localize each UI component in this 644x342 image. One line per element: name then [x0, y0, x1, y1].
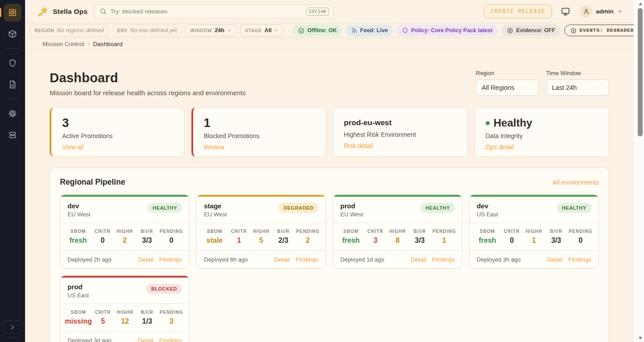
- critr-value: 1: [228, 236, 250, 245]
- search-input[interactable]: [110, 8, 303, 15]
- stat-col-label: HIGHR: [114, 229, 136, 234]
- pipeline-card-dev-us-east: dev US East HEALTHY SBOMfresh CRITR0 HIG…: [469, 194, 599, 269]
- pending-value: 1: [431, 236, 458, 245]
- person-icon: [583, 8, 590, 15]
- breadcrumb-mission-control[interactable]: Mission Control: [42, 41, 84, 47]
- global-search[interactable]: Ctrl+K: [94, 4, 334, 19]
- vertical-scrollbar[interactable]: [634, 0, 644, 342]
- stat-col-label: SBOM: [474, 229, 501, 234]
- environment-name: prod: [340, 202, 363, 210]
- brand-name: Stella Ops: [53, 8, 88, 16]
- pipeline-title: Regional Pipeline: [60, 177, 125, 187]
- stat-col-label: PENDING: [158, 310, 185, 315]
- stat-label: Highest Risk Environment: [344, 131, 457, 138]
- findings-link[interactable]: Findings: [159, 256, 182, 263]
- sidebar-expand-button[interactable]: [2, 321, 23, 334]
- search-shortcut-kbd: Ctrl+K: [306, 8, 329, 16]
- sidebar-item-infrastructure[interactable]: [4, 126, 21, 144]
- region-select[interactable]: All Regions: [476, 80, 539, 96]
- pipeline-grid: dev EU West HEALTHY SBOMfresh CRITR0 HIG…: [60, 194, 599, 342]
- detail-link[interactable]: Detail: [547, 256, 563, 263]
- bir-value: 1/3: [136, 317, 158, 325]
- display-mode-button[interactable]: [561, 7, 570, 16]
- page-title: Dashboard: [50, 71, 246, 85]
- scroll-down-arrow-icon[interactable]: [638, 336, 643, 340]
- window-dropdown-chip[interactable]: WINDOW 24h: [185, 25, 236, 36]
- findings-link[interactable]: Findings: [159, 337, 182, 342]
- stat-value: Healthy: [486, 116, 598, 130]
- risk-detail-link[interactable]: Risk detail: [344, 142, 373, 149]
- chevron-down-icon: [617, 8, 623, 14]
- sidebar-item-reports[interactable]: [4, 76, 21, 93]
- deployed-text: Deployed 3d ago: [68, 337, 111, 342]
- sbom-value: missing: [65, 317, 92, 325]
- highr-value: 8: [386, 236, 409, 245]
- pill-text: Policy: Core Policy Pack latest: [411, 27, 492, 34]
- sidebar: [0, 0, 25, 342]
- env-scope-chip[interactable]: ENV No env defined yet: [112, 25, 182, 36]
- policy-status-pill[interactable]: Policy: Core Policy Pack latest: [397, 25, 498, 36]
- deployed-text: Deployed 6h ago: [204, 256, 248, 263]
- region-scope-chip[interactable]: REGION No regions defined: [30, 25, 109, 36]
- stat-col-label: CRITR: [92, 229, 114, 234]
- sidebar-item-settings[interactable]: [4, 105, 21, 122]
- pill-text: Offline: OK: [307, 27, 337, 34]
- stat-col-label: B/I/R: [136, 310, 158, 315]
- all-environments-link[interactable]: All environments: [553, 179, 599, 186]
- feed-status-pill[interactable]: Feed: Live: [346, 25, 393, 36]
- chip-label: STAGE: [245, 28, 262, 33]
- time-window-select[interactable]: Last 24h: [546, 80, 609, 96]
- circle-x-icon: [507, 27, 513, 34]
- stat-col-label: HIGHR: [114, 310, 136, 315]
- stat-col-label: CRITR: [364, 229, 387, 234]
- status-badge: HEALTHY: [420, 203, 455, 213]
- topbar: Stella Ops Ctrl+K CREATE RELEASE: [25, 0, 634, 23]
- scrollbar-thumb[interactable]: [638, 8, 643, 136]
- events-status-pill[interactable]: EVENTS: DEGRADED: [564, 25, 640, 36]
- review-link[interactable]: Review: [204, 144, 225, 151]
- region-filter-label: Region: [476, 70, 539, 76]
- findings-link[interactable]: Findings: [568, 256, 591, 263]
- brand[interactable]: Stella Ops: [38, 6, 88, 17]
- critr-value: 5: [92, 317, 114, 325]
- bir-value: 3/3: [409, 236, 431, 245]
- environment-name: prod: [68, 283, 89, 291]
- critr-value: 0: [501, 236, 523, 245]
- detail-link[interactable]: Detail: [411, 256, 426, 263]
- stage-dropdown-chip[interactable]: STAGE All: [240, 25, 284, 36]
- stat-col-label: B/I/R: [136, 229, 158, 234]
- sbom-value: fresh: [474, 236, 501, 245]
- stat-col-label: PENDING: [294, 229, 321, 234]
- detail-link[interactable]: Detail: [274, 256, 290, 263]
- sidebar-item-security[interactable]: [4, 54, 21, 72]
- environment-name: dev: [477, 202, 498, 210]
- stat-card-active-promotions: 3 Active Promotions View all: [50, 107, 185, 157]
- region-name: EU West: [68, 211, 90, 218]
- view-all-link[interactable]: View all: [62, 144, 84, 151]
- stat-col-label: CRITR: [92, 310, 114, 315]
- stat-col-label: HIGHR: [386, 229, 409, 234]
- scroll-up-arrow-icon[interactable]: [638, 2, 643, 6]
- findings-link[interactable]: Findings: [296, 256, 318, 263]
- sidebar-item-packages[interactable]: [4, 25, 21, 43]
- sidebar-item-dashboard[interactable]: [4, 4, 21, 21]
- server-stack-icon: [8, 131, 17, 139]
- findings-link[interactable]: Findings: [432, 256, 455, 263]
- create-release-button[interactable]: CREATE RELEASE: [484, 4, 552, 18]
- bir-value: 3/3: [545, 236, 568, 245]
- evidence-status-pill[interactable]: Evidence: OFF: [501, 25, 561, 36]
- region-name: US East: [68, 292, 89, 299]
- offline-status-pill[interactable]: Offline: OK: [292, 25, 342, 36]
- detail-link[interactable]: Detail: [138, 337, 153, 342]
- ops-detail-link[interactable]: Ops detail: [486, 144, 514, 151]
- stat-label: Active Promotions: [62, 132, 174, 139]
- stat-card-blocked-promotions: 1 Blocked Promotions Review: [191, 107, 326, 157]
- chip-label: REGION: [34, 28, 54, 33]
- user-menu[interactable]: admin: [580, 5, 623, 17]
- region-name: US East: [477, 211, 498, 218]
- shooting-star-logo-icon: [38, 6, 48, 17]
- detail-link[interactable]: Detail: [138, 256, 153, 263]
- stat-col-label: PENDING: [567, 229, 594, 234]
- sidebar-divider: [6, 337, 19, 338]
- status-badge: BLOCKED: [146, 284, 182, 294]
